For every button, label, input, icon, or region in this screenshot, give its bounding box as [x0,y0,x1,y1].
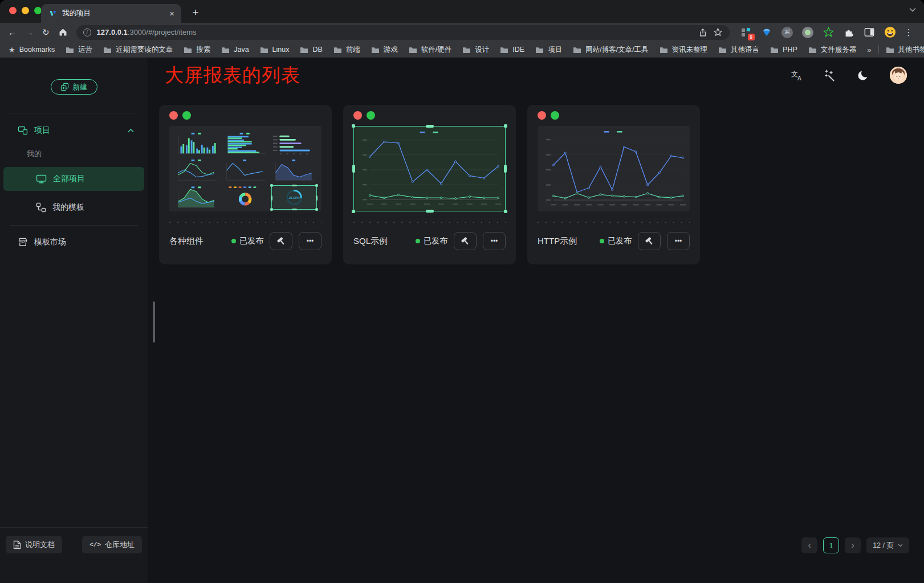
prev-page-button[interactable]: ‹ [801,537,817,553]
folder-icon [718,46,727,54]
sidebar-item-all-projects[interactable]: 全部项目 [3,167,144,191]
language-toggle-button[interactable]: 文 A [791,69,803,81]
sidebar-divider [10,225,138,226]
extension-puzzle-icon[interactable] [843,26,855,38]
bookmark-folder[interactable]: 搜索 [184,45,210,55]
page-header: 大屏报表的列表 文 A [148,58,924,93]
bookmark-folder[interactable]: 资讯未整理 [660,45,708,55]
bookmark-folder[interactable]: 网站/博客/文章/工具 [573,45,648,55]
url-text: 127.0.0.1:3000/#/project/items [97,28,197,36]
extension-gem-icon[interactable] [761,26,773,38]
mini-bar-chart [174,132,219,156]
extension-grid-icon[interactable]: 9 [740,26,752,38]
new-project-button[interactable]: 新建 [51,79,97,95]
sidebar-icon [864,27,874,37]
bookmark-folder[interactable]: Java [221,46,249,54]
site-info-icon[interactable]: i [83,28,91,36]
current-page-button[interactable]: 1 [823,537,839,553]
bookmarks-divider [878,45,879,54]
forward-icon[interactable]: → [25,27,34,37]
bookmarks-overflow-chevron[interactable]: » [867,46,871,54]
bookmark-folder[interactable]: PHP [770,46,797,54]
extensions-row: 9 ⌘ [740,26,914,38]
new-tab-button[interactable]: + [189,6,202,19]
project-preview[interactable] [353,126,506,211]
bookmark-folder[interactable]: 游戏 [371,45,398,55]
page-size-select[interactable]: 12 / 页 [866,537,909,553]
sidebar-section-projects[interactable]: 项目 [0,124,148,137]
favicon [48,9,57,18]
bookmark-folder[interactable]: Linux [260,46,290,54]
bookmark-folder[interactable]: 软件/硬件 [409,45,451,55]
sidebar-group-mine: 我的 [27,149,148,159]
bookmark-folder[interactable]: 项目 [535,45,562,55]
docs-button[interactable]: 说明文档 [6,536,62,553]
bookmark-folders: 运营 近期需要读的文章 搜索 Java Linux DB 前端 [66,45,856,55]
template-icon [36,202,46,213]
mini-capsule-chart [271,132,317,156]
side-panel-icon[interactable] [864,26,876,38]
edit-button[interactable] [454,232,477,250]
bookmark-folder[interactable]: 设计 [462,45,489,55]
red-dot [353,111,362,120]
extension-star-icon[interactable] [823,26,835,38]
folder-icon [500,46,508,54]
mini-line-chart [222,158,268,182]
chrome-menu-icon[interactable]: ⋮ [905,27,914,38]
project-title: HTTP示例 [538,236,593,247]
refresh-icon[interactable]: ↻ [42,27,50,38]
chevron-up-icon[interactable] [128,129,134,133]
green-dot [367,111,375,120]
folder-icon [371,46,380,54]
bookmark-star-icon[interactable] [713,27,723,37]
mini-green-area-chart [174,185,219,210]
bookmark-folder[interactable]: DB [300,46,322,54]
minimize-button[interactable] [22,7,29,14]
project-preview[interactable] [538,126,690,211]
more-button[interactable]: ••• [299,232,321,250]
hammer-icon [645,237,654,246]
url-bar[interactable]: i 127.0.0.1:3000/#/project/items [76,25,730,40]
bookmarks-bar: ★ Bookmarks 运营 近期需要读的文章 搜索 Java Linux [0,42,924,58]
extension-record-icon[interactable] [802,26,814,38]
edit-button[interactable] [638,232,661,250]
repo-button[interactable]: </> 仓库地址 [82,536,142,553]
dark-mode-button[interactable] [857,69,869,81]
new-plus-icon [60,83,69,91]
bookmark-folder[interactable]: 近期需要读的文章 [103,45,173,55]
next-page-button[interactable]: › [845,537,861,553]
sidebar-item-template-market[interactable]: 模板市场 [0,234,148,251]
sidebar-item-my-templates[interactable]: 我的模板 [3,195,144,219]
bookmark-folder[interactable]: 前端 [333,45,360,55]
browser-tab[interactable]: 我的项目 × [41,4,181,23]
back-icon[interactable]: ← [8,27,17,37]
browser-toolbar: ← → ↻ i 127.0.0.1:3000/#/project/items [0,23,924,42]
bookmark-folder[interactable]: 文件服务器 [808,45,857,55]
close-button[interactable] [9,7,17,14]
user-avatar[interactable] [890,67,907,84]
card-footer: 各种组件 已发布 ••• [169,232,321,250]
card-dotted-divider [538,222,690,223]
more-button[interactable]: ••• [483,232,506,250]
mini-donut-chart [222,185,268,210]
folder-icon [300,46,308,54]
tab-close-icon[interactable]: × [169,9,174,18]
theme-magic-button[interactable] [824,69,836,81]
project-card-list: 25.00% 各种组件 已发布 [148,93,924,264]
home-icon[interactable] [58,27,68,37]
more-button[interactable]: ••• [667,232,690,250]
folder-icon [808,46,817,54]
chevron-down-icon[interactable] [909,7,916,12]
share-icon[interactable] [698,28,707,37]
bookmark-folder[interactable]: 运营 [66,45,92,55]
bookmark-folder[interactable]: 其他语言 [718,45,759,55]
scrollbar-thumb[interactable] [153,301,155,343]
project-preview[interactable]: 25.00% [169,126,321,211]
extension-command-icon[interactable]: ⌘ [781,26,793,38]
profile-avatar-icon[interactable] [884,26,896,38]
bookmarks-root[interactable]: ★ Bookmarks [9,46,55,54]
edit-button[interactable] [270,232,292,250]
bookmark-folder[interactable]: IDE [500,46,524,54]
monitor-icon [36,174,47,184]
other-bookmarks[interactable]: 其他书签 [886,45,924,55]
